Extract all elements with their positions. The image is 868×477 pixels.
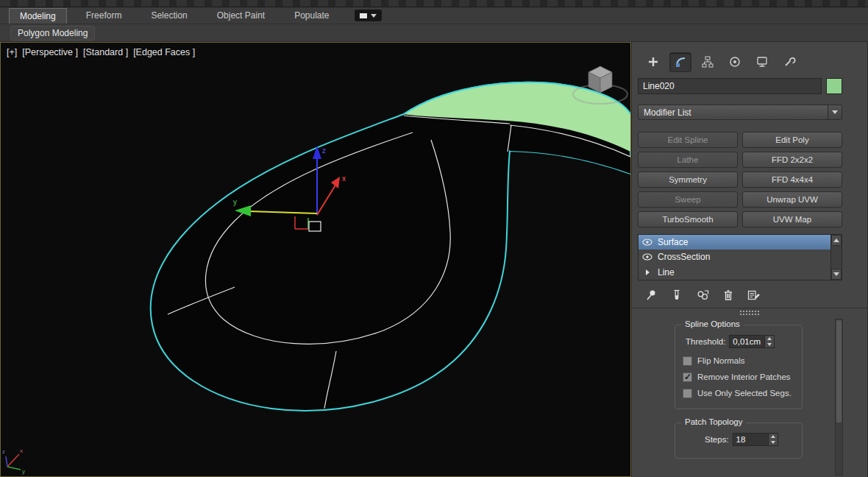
spinner-arrows[interactable] [768, 434, 778, 445]
stack-item-surface[interactable]: Surface [638, 235, 830, 250]
viewport-canvas[interactable]: z y x [1, 43, 630, 476]
create-plus-icon [647, 55, 660, 68]
linked-rings-icon [696, 289, 710, 302]
checkbox-label: Remove Interior Patches [697, 372, 791, 381]
uvw-map-button[interactable]: UVW Map [742, 211, 842, 227]
stack-item-crosssection[interactable]: CrossSection [638, 250, 830, 264]
make-unique-button[interactable] [695, 288, 710, 303]
unwrap-uvw-button[interactable]: Unwrap UVW [742, 191, 842, 208]
tab-motion[interactable] [724, 52, 746, 72]
ribbon-tab-modeling[interactable]: Modeling [9, 8, 67, 24]
rollout-scroll-area[interactable]: Spline Options Threshold: 0,01cm Flip No… [632, 317, 867, 477]
perspective-viewport[interactable]: [+] [Perspective ] [Standard ] [Edged Fa… [0, 42, 631, 477]
remove-modifier-button[interactable] [721, 288, 736, 303]
stack-scrollbar[interactable] [830, 235, 842, 280]
ribbon-panel-row: Polygon Modeling [0, 24, 868, 42]
command-panel-tabs [632, 42, 867, 73]
viewport-menus: [+] [Perspective ] [Standard ] [Edged Fa… [7, 47, 195, 57]
spinner-up-icon [771, 435, 775, 438]
ribbon-display-toggle[interactable] [355, 10, 382, 21]
spinner-down-icon [771, 441, 775, 444]
flip-normals-checkbox[interactable] [683, 356, 692, 366]
stack-item-label: Surface [658, 237, 688, 247]
turbosmooth-button[interactable]: TurboSmooth [638, 211, 738, 227]
trash-icon [722, 289, 735, 302]
ffd-2x2x2-button[interactable]: FFD 2x2x2 [742, 152, 842, 168]
tab-display[interactable] [751, 52, 773, 72]
ribbon-tab-bar: Modeling Freeform Selection Object Paint… [0, 7, 868, 24]
ribbon-tab-selection[interactable]: Selection [140, 8, 197, 23]
ribbon-tab-object-paint[interactable]: Object Paint [207, 8, 275, 23]
stack-item-label: Line [658, 267, 675, 278]
tab-create[interactable] [642, 52, 664, 72]
world-axis-y-label: y [22, 468, 25, 475]
viewport-render-preset-menu[interactable]: [Standard ] [83, 47, 128, 57]
scroll-down-button[interactable] [831, 269, 842, 280]
object-color-swatch[interactable] [826, 78, 842, 94]
modifier-stack-toolbar [638, 286, 842, 304]
spinner-arrows[interactable] [764, 336, 774, 347]
use-only-selected-segs-row[interactable]: Use Only Selected Segs. [683, 386, 796, 400]
panel-resize-handle[interactable] [740, 311, 759, 315]
remove-interior-patches-row[interactable]: Remove Interior Patches [683, 370, 796, 384]
edit-poly-button[interactable]: Edit Poly [742, 132, 842, 148]
object-name-field[interactable] [638, 78, 822, 94]
ribbon-panel-icon [360, 13, 367, 18]
expand-arrow-icon[interactable] [641, 269, 654, 275]
tab-modify[interactable] [669, 52, 691, 72]
sweep-button[interactable]: Sweep [638, 191, 738, 208]
command-panel: Modifier List Edit Spline Edit Poly Lath… [631, 42, 868, 477]
world-axis-tripod: x y z [2, 448, 25, 475]
steps-label: Steps: [705, 435, 729, 444]
rollout-scrollbar[interactable] [835, 319, 843, 476]
checkbox-label: Use Only Selected Segs. [697, 389, 791, 398]
tab-utilities[interactable] [778, 52, 800, 72]
pin-stack-button[interactable] [644, 288, 658, 303]
display-monitor-icon [755, 55, 769, 68]
group-title: Spline Options [681, 319, 744, 328]
test-tube-icon [670, 289, 683, 302]
group-title: Patch Topology [681, 417, 746, 426]
world-axis-x-label: x [20, 448, 23, 454]
stack-item-label: CrossSection [658, 252, 710, 262]
flip-normals-row[interactable]: Flip Normals [683, 354, 796, 367]
viewport-plus-menu[interactable]: [+] [7, 47, 17, 57]
checkbox-label: Flip Normals [697, 356, 745, 365]
symmetry-button[interactable]: Symmetry [638, 172, 738, 188]
modifier-list-dropdown[interactable]: Modifier List [638, 105, 842, 120]
dropdown-arrow-box[interactable] [828, 105, 842, 119]
ribbon-tab-populate[interactable]: Populate [284, 8, 339, 23]
list-pencil-icon [747, 289, 761, 302]
patch-topology-group: Patch Topology Steps: 18 [675, 423, 803, 459]
main-toolbar-strip[interactable] [0, 0, 868, 7]
edit-spline-button[interactable]: Edit Spline [638, 132, 738, 148]
visibility-eye-icon[interactable] [641, 253, 654, 261]
scrollbar-thumb[interactable] [836, 320, 842, 423]
object-name-row [638, 78, 842, 94]
ffd-4x4x4-button[interactable]: FFD 4x4x4 [742, 172, 842, 188]
steps-spinner: 18 [733, 433, 778, 446]
panel-divider [632, 308, 867, 315]
configure-modifier-sets-button[interactable] [747, 288, 761, 303]
viewport-shading-menu[interactable]: [Edged Faces ] [133, 47, 195, 57]
lathe-button[interactable]: Lathe [638, 152, 738, 168]
ribbon-tab-freeform[interactable]: Freeform [76, 8, 132, 23]
remove-interior-patches-checkbox[interactable] [683, 372, 692, 382]
application-window: Modeling Freeform Selection Object Paint… [0, 0, 868, 477]
stack-item-line[interactable]: Line [638, 265, 830, 280]
tab-hierarchy[interactable] [697, 52, 719, 72]
polygon-modeling-panel-toggle[interactable]: Polygon Modeling [10, 26, 95, 40]
visibility-eye-icon[interactable] [641, 239, 654, 246]
steps-value[interactable]: 18 [733, 434, 768, 445]
threshold-spinner: 0,01cm [729, 335, 775, 348]
threshold-label: Threshold: [686, 337, 725, 346]
use-only-selected-segs-checkbox[interactable] [683, 389, 692, 398]
show-end-result-button[interactable] [669, 288, 684, 303]
spline-surface-object[interactable] [151, 82, 630, 411]
gizmo-y-label: y [233, 198, 237, 206]
viewport-pov-menu[interactable]: [Perspective ] [22, 47, 78, 57]
threshold-value[interactable]: 0,01cm [730, 336, 764, 347]
modifier-list-label: Modifier List [644, 107, 691, 118]
hierarchy-icon [701, 55, 714, 68]
scroll-up-button[interactable] [831, 235, 842, 246]
